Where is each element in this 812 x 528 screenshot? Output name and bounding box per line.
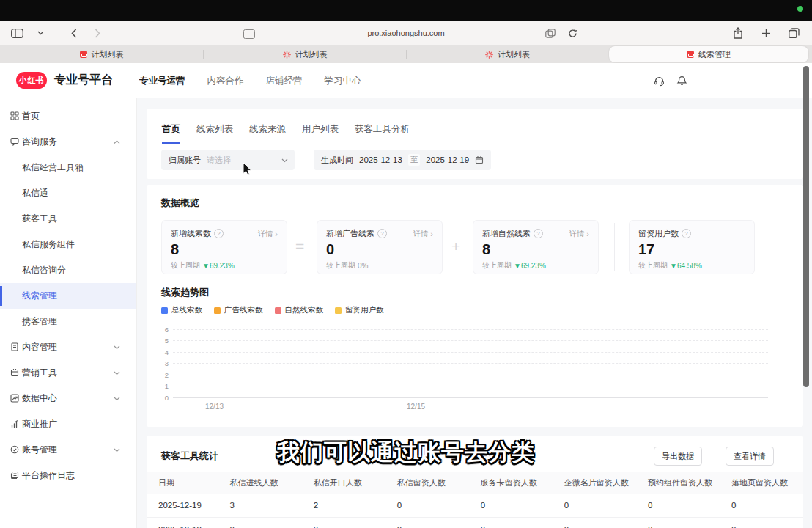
nav-item-learning[interactable]: 学习中心 bbox=[325, 75, 361, 87]
sidebar-item-dm-pass[interactable]: 私信通 bbox=[0, 180, 136, 206]
tab-home[interactable]: 首页 bbox=[162, 123, 180, 144]
stat-value: 8 bbox=[171, 241, 278, 257]
detail-link[interactable]: 详情 bbox=[258, 229, 278, 239]
browser-tab-strip: 计划列表 计划列表 计划列表 线索管理 bbox=[0, 45, 812, 64]
help-icon[interactable] bbox=[682, 229, 691, 238]
legend-swatch-orange bbox=[214, 307, 221, 314]
recording-indicator-dot bbox=[797, 6, 803, 12]
back-icon[interactable] bbox=[66, 25, 82, 41]
stat-name: 新增线索数 bbox=[171, 228, 211, 239]
url-text: pro.xiaohongshu.com bbox=[367, 29, 444, 37]
legend-retained-users[interactable]: 留资用户数 bbox=[335, 305, 384, 315]
sidebar-toggle-icon[interactable] bbox=[9, 25, 25, 41]
share-icon[interactable] bbox=[730, 25, 746, 41]
xiaohongshu-logo[interactable]: 小红书 bbox=[16, 72, 47, 89]
nav-item-operation[interactable]: 专业号运营 bbox=[139, 75, 185, 87]
page-settings-icon[interactable] bbox=[243, 29, 255, 39]
table-row-clipped[interactable]: 2025-12-18 0 0 0 0 0 0 0 bbox=[147, 517, 803, 528]
legend-ad-leads[interactable]: 广告线索数 bbox=[214, 305, 263, 315]
sidebar-item-label: 平台操作日志 bbox=[22, 469, 75, 482]
lead-section-tabs: 首页 线索列表 线索来源 用户列表 获客工具分析 bbox=[162, 123, 410, 144]
new-tab-icon[interactable] bbox=[758, 25, 774, 41]
nav-item-content-coop[interactable]: 内容合作 bbox=[207, 75, 244, 87]
customer-service-icon[interactable] bbox=[654, 76, 665, 87]
sidebar-item-lead-management-active[interactable]: 线索管理 bbox=[0, 283, 136, 309]
help-icon[interactable] bbox=[534, 229, 543, 238]
browser-tab-2[interactable]: 计划列表 bbox=[204, 45, 406, 63]
y-axis-tick: 2 bbox=[155, 371, 169, 379]
page-title: 专业号平台 bbox=[54, 73, 113, 88]
legend-swatch-red bbox=[275, 307, 281, 314]
tab-lead-tool-analysis[interactable]: 获客工具分析 bbox=[355, 123, 410, 144]
tab-overview-icon[interactable] bbox=[786, 25, 802, 41]
tab-lead-source[interactable]: 线索来源 bbox=[249, 123, 286, 144]
date-joiner: 至 bbox=[408, 154, 421, 166]
date-end-value: 2025-12-19 bbox=[426, 155, 469, 164]
sidebar-item-label: 线索管理 bbox=[22, 290, 57, 302]
address-bar[interactable]: pro.xiaohongshu.com bbox=[296, 21, 516, 45]
sidebar-item-label: 私信经营工具箱 bbox=[22, 161, 84, 174]
stat-card-ad-leads: 新增广告线索详情 0 较上周期0% bbox=[317, 220, 443, 274]
chevron-down-icon bbox=[114, 371, 120, 375]
reload-icon[interactable] bbox=[564, 25, 580, 41]
data-overview-panel: 数据概览 新增线索数详情 8 较上周期▼69.23% = 新增广告线索详情 0 … bbox=[147, 185, 803, 427]
col-date: 日期 bbox=[147, 477, 218, 488]
stat-card-organic-leads: 新增自然线索详情 8 较上周期▼69.23% bbox=[473, 220, 599, 274]
sidebar-item-lead-tools[interactable]: 获客工具 bbox=[0, 206, 136, 232]
table-header-row: 日期 私信进线人数 私信开口人数 私信留资人数 服务卡留资人数 企微名片留资人数… bbox=[147, 472, 803, 494]
sidebar-item-label: 数据中心 bbox=[22, 392, 57, 405]
tab-label: 线索管理 bbox=[698, 49, 731, 60]
browser-tab-1[interactable]: 计划列表 bbox=[0, 45, 203, 63]
y-axis-tick: 6 bbox=[155, 326, 169, 334]
chevron-down-icon[interactable] bbox=[32, 25, 48, 41]
forward-icon[interactable] bbox=[89, 25, 106, 41]
sidebar-item-label: 营销工具 bbox=[22, 367, 57, 379]
legend-total-leads[interactable]: 总线索数 bbox=[161, 305, 202, 315]
tab-lead-list[interactable]: 线索列表 bbox=[196, 123, 233, 144]
app-header: 小红书 专业号平台 专业号运营 内容合作 店铺经营 学习中心 bbox=[0, 63, 812, 99]
browser-tab-4-active[interactable]: 线索管理 bbox=[609, 46, 808, 62]
sidebar-item-dm-service-widget[interactable]: 私信服务组件 bbox=[0, 232, 136, 257]
sidebar-item-business-promotion[interactable]: 商业推广 bbox=[0, 411, 136, 437]
sidebar-item-customer-management[interactable]: 携客管理 bbox=[0, 309, 136, 334]
nav-item-shop[interactable]: 店铺经营 bbox=[266, 75, 303, 87]
help-icon[interactable] bbox=[377, 229, 387, 238]
stat-name: 留资用户数 bbox=[638, 228, 679, 239]
legend-swatch-blue bbox=[161, 307, 168, 314]
account-select[interactable]: 归属账号 请选择 bbox=[161, 150, 295, 170]
sidebar-item-consult-service[interactable]: 咨询服务 bbox=[0, 129, 136, 155]
plus-operator: + bbox=[451, 238, 460, 255]
sidebar-item-marketing-tools[interactable]: 营销工具 bbox=[0, 360, 136, 386]
scrollbar-thumb[interactable] bbox=[803, 66, 809, 387]
detail-link[interactable]: 详情 bbox=[413, 229, 433, 239]
chevron-up-icon bbox=[114, 140, 120, 144]
help-icon[interactable] bbox=[214, 229, 224, 238]
notification-bell-icon[interactable] bbox=[676, 76, 687, 87]
grid-icon bbox=[10, 111, 19, 120]
stat-value: 8 bbox=[482, 241, 589, 257]
sidebar-item-dm-toolbox[interactable]: 私信经营工具箱 bbox=[0, 155, 136, 180]
table-row[interactable]: 2025-12-19 3 2 0 0 0 0 0 bbox=[147, 494, 803, 517]
sidebar-item-label: 获客工具 bbox=[22, 213, 57, 225]
tab-group-icon[interactable] bbox=[542, 25, 558, 41]
y-axis-tick: 5 bbox=[155, 337, 169, 345]
down-arrow-icon: ▼ bbox=[670, 262, 677, 270]
browser-toolbar: pro.xiaohongshu.com bbox=[0, 21, 812, 45]
browser-tab-3[interactable]: 计划列表 bbox=[407, 45, 608, 63]
stat-name: 新增广告线索 bbox=[326, 228, 374, 239]
sidebar-item-content-management[interactable]: 内容管理 bbox=[0, 334, 136, 360]
detail-link[interactable]: 详情 bbox=[569, 229, 589, 239]
tab-label: 计划列表 bbox=[92, 49, 124, 60]
equals-operator: = bbox=[295, 238, 304, 255]
legend-swatch-yellow bbox=[335, 307, 342, 314]
tab-user-list[interactable]: 用户列表 bbox=[302, 123, 339, 144]
date-range-picker[interactable]: 生成时间 2025-12-13 至 2025-12-19 bbox=[314, 150, 491, 170]
account-select-label: 归属账号 bbox=[169, 155, 201, 166]
sidebar-item-home[interactable]: 首页 bbox=[0, 103, 136, 129]
trend-chart-icon bbox=[10, 394, 19, 403]
sidebar-item-data-center[interactable]: 数据中心 bbox=[0, 386, 136, 411]
legend-organic-leads[interactable]: 自然线索数 bbox=[275, 305, 324, 315]
video-subtitle: 我们可以通过账号去分类 bbox=[0, 437, 812, 468]
stat-value: 0 bbox=[326, 241, 433, 257]
sidebar-item-dm-consult-score[interactable]: 私信咨询分 bbox=[0, 257, 136, 283]
